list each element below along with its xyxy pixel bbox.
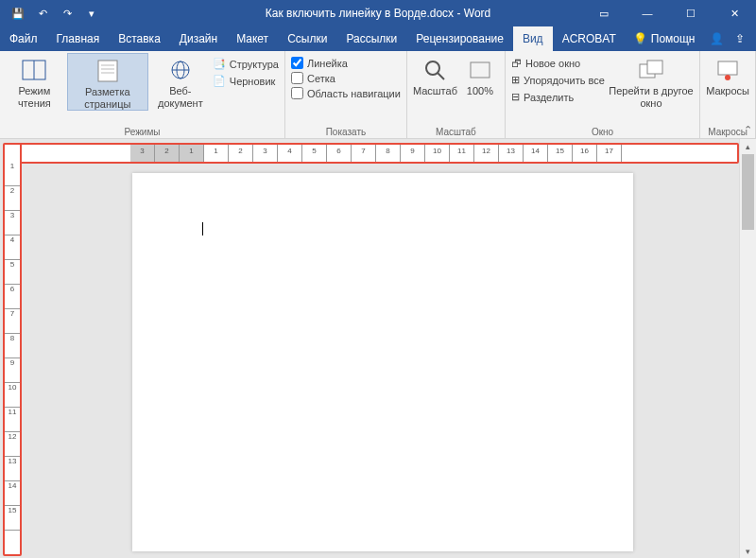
print-layout-label: Разметка страницы xyxy=(68,86,147,110)
read-mode-button[interactable]: Режим чтения xyxy=(6,53,63,109)
ruler-tick: 15 xyxy=(5,506,20,531)
new-window-button[interactable]: 🗗Новое окно xyxy=(511,57,605,70)
group-window-label: Окно xyxy=(511,126,694,138)
zoom-100-icon xyxy=(467,57,493,83)
zoom-label: Масштаб xyxy=(413,85,457,97)
ruler-tick: 7 xyxy=(5,309,20,334)
tab-acrobat[interactable]: ACROBAT xyxy=(553,26,626,51)
ruler-tick: 3 xyxy=(253,145,278,162)
svg-line-10 xyxy=(438,73,444,79)
ruler-checkbox[interactable]: Линейка xyxy=(291,57,401,69)
horizontal-ruler[interactable]: 321 1234567891011121314151617 xyxy=(19,143,739,164)
ruler-tick: 11 xyxy=(5,408,20,432)
arrange-all-label: Упорядочить все xyxy=(524,75,605,86)
read-mode-label: Режим чтения xyxy=(6,85,63,109)
vertical-scrollbar[interactable]: ▴ ▾ xyxy=(739,139,756,558)
ruler-label: Линейка xyxy=(307,58,348,69)
draft-button[interactable]: 📄Черновик xyxy=(213,74,279,88)
tab-file[interactable]: Файл xyxy=(0,26,47,51)
collapse-ribbon-button[interactable]: ⌃ xyxy=(744,124,752,136)
tab-references[interactable]: Ссылки xyxy=(278,26,336,51)
ruler-tick: 6 xyxy=(5,285,20,309)
tab-insert[interactable]: Вставка xyxy=(109,26,170,51)
ruler-tick: 8 xyxy=(376,145,401,162)
group-show-label: Показать xyxy=(291,126,401,138)
tab-home[interactable]: Главная xyxy=(47,26,110,51)
arrange-all-button[interactable]: ⊞Упорядочить все xyxy=(511,73,605,87)
scroll-thumb[interactable] xyxy=(742,154,754,230)
tab-review[interactable]: Рецензирование xyxy=(406,26,513,51)
svg-rect-11 xyxy=(471,62,490,78)
svg-point-15 xyxy=(725,75,730,80)
share-icon[interactable]: ⇪ xyxy=(735,32,745,45)
zoom-100-button[interactable]: 100% xyxy=(461,53,499,97)
macros-button[interactable]: Макросы xyxy=(706,53,749,97)
ribbon-options-button[interactable]: ▭ xyxy=(582,0,626,26)
arrange-all-icon: ⊞ xyxy=(511,74,520,86)
ruler-tick: 9 xyxy=(5,358,20,383)
scroll-down-button[interactable]: ▾ xyxy=(740,544,756,558)
ruler-tick: 6 xyxy=(327,145,352,162)
print-layout-button[interactable]: Разметка страницы xyxy=(67,53,148,111)
web-layout-icon xyxy=(167,57,194,83)
qat-customize[interactable]: ▾ xyxy=(81,3,102,24)
zoom-button[interactable]: Масштаб xyxy=(413,53,457,97)
gridlines-checkbox-input[interactable] xyxy=(291,72,303,84)
ruler-tick: 9 xyxy=(401,145,425,162)
tab-layout[interactable]: Макет xyxy=(227,26,278,51)
ruler-tick: 1 xyxy=(5,162,20,186)
gridlines-checkbox[interactable]: Сетка xyxy=(291,72,401,84)
zoom-100-label: 100% xyxy=(467,85,493,97)
group-views: Режим чтения Разметка страницы Веб-докум… xyxy=(0,51,285,138)
ruler-tick: 12 xyxy=(474,145,499,162)
new-window-label: Новое окно xyxy=(525,58,580,69)
group-views-label: Режимы xyxy=(6,126,279,138)
ruler-tick: 2 xyxy=(229,145,253,162)
maximize-button[interactable]: ☐ xyxy=(669,0,713,26)
tell-me-label: Помощн xyxy=(651,32,696,45)
tab-view[interactable]: Вид xyxy=(513,26,553,51)
ribbon: Режим чтения Разметка страницы Веб-докум… xyxy=(0,51,756,139)
window-controls: ▭ — ☐ ✕ xyxy=(582,0,756,26)
tab-mailings[interactable]: Рассылки xyxy=(336,26,406,51)
group-zoom-label: Масштаб xyxy=(413,126,499,138)
minimize-button[interactable]: — xyxy=(626,0,669,26)
print-layout-icon xyxy=(94,58,121,84)
nav-pane-checkbox-input[interactable] xyxy=(291,87,303,99)
close-button[interactable]: ✕ xyxy=(713,0,756,26)
tell-me[interactable]: 💡Помощн xyxy=(633,26,696,51)
ruler-tick: 4 xyxy=(278,145,302,162)
document-page[interactable] xyxy=(132,173,633,551)
ruler-tick: 14 xyxy=(5,481,20,506)
outline-icon: 📑 xyxy=(213,58,226,70)
switch-windows-icon xyxy=(638,57,664,83)
ruler-checkbox-input[interactable] xyxy=(291,57,303,69)
save-button[interactable]: 💾 xyxy=(8,3,28,24)
window-title: Как включить линейку в Ворде.docx - Word xyxy=(266,7,490,20)
outline-button[interactable]: 📑Структура xyxy=(213,57,279,71)
ruler-tick: 1 xyxy=(204,145,229,162)
ruler-tick: 5 xyxy=(302,145,327,162)
ruler-tick: 7 xyxy=(352,145,376,162)
read-mode-icon xyxy=(21,57,47,83)
zoom-icon xyxy=(421,57,448,83)
web-layout-label: Веб-документ xyxy=(152,85,209,109)
svg-rect-13 xyxy=(647,61,662,74)
account-icon[interactable]: 👤 xyxy=(710,32,724,45)
switch-windows-button[interactable]: Перейти в другое окно xyxy=(609,53,694,109)
vertical-ruler[interactable]: 123456789101112131415 xyxy=(3,143,22,556)
document-workspace: 321 1234567891011121314151617 1234567891… xyxy=(0,139,756,558)
ruler-tick: 16 xyxy=(573,145,597,162)
ruler-tick: 11 xyxy=(450,145,474,162)
scroll-up-button[interactable]: ▴ xyxy=(740,139,756,154)
ruler-tick: 8 xyxy=(5,334,20,358)
tab-design[interactable]: Дизайн xyxy=(170,26,227,51)
redo-button[interactable]: ↷ xyxy=(57,3,77,24)
undo-button[interactable]: ↶ xyxy=(32,3,53,24)
web-layout-button[interactable]: Веб-документ xyxy=(152,53,209,109)
title-bar: 💾 ↶ ↷ ▾ Как включить линейку в Ворде.doc… xyxy=(0,0,756,26)
nav-pane-checkbox[interactable]: Область навигации xyxy=(291,87,401,99)
split-button[interactable]: ⊟Разделить xyxy=(511,90,605,104)
nav-pane-label: Область навигации xyxy=(307,88,401,99)
ribbon-tabs: Файл Главная Вставка Дизайн Макет Ссылки… xyxy=(0,26,756,51)
